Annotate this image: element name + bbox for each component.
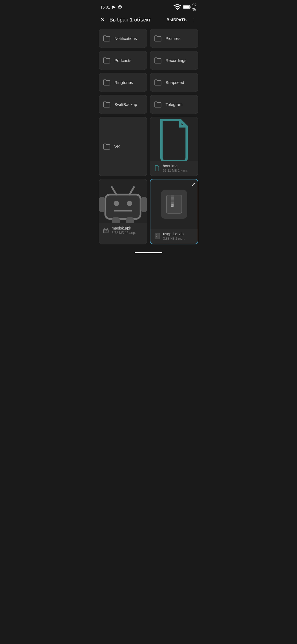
page-title: Выбран 1 объект (109, 17, 163, 23)
svg-rect-13 (141, 197, 147, 212)
folder-icon (154, 78, 162, 86)
svg-rect-5 (190, 6, 191, 8)
svg-rect-17 (103, 230, 108, 233)
svg-point-19 (106, 230, 108, 231)
folder-item-pictures[interactable]: Pictures (150, 29, 198, 48)
close-button[interactable]: ✕ (99, 15, 106, 24)
folder-icon (154, 34, 162, 42)
time: 15:01 (100, 5, 110, 9)
send-icon (112, 5, 116, 9)
file-item-magisk-apk[interactable]: magisk.apk 6,72 МБ 18 апр. (99, 179, 147, 244)
file-meta-usgp-zip: 3,88 КБ 2 июн. (163, 237, 185, 241)
nav-indicator (135, 252, 162, 253)
folder-item-telegram[interactable]: Telegram (150, 95, 198, 114)
android-icon (99, 179, 147, 223)
file-details-usgp-zip: usgp-1xl.zip 3,88 КБ 2 июн. (163, 232, 185, 241)
svg-point-3 (177, 9, 178, 10)
battery-icon (183, 5, 191, 9)
zip-file-icon: Z (166, 195, 182, 214)
status-right: 92 % (174, 3, 197, 12)
folder-icon (154, 100, 162, 108)
folder-name-pictures: Pictures (166, 36, 180, 41)
folder-icon (103, 34, 111, 42)
folder-item-vk[interactable]: VK (99, 117, 147, 176)
file-name-usgp-zip: usgp-1xl.zip (163, 232, 185, 236)
folder-name-snapseed: Snapseed (166, 80, 184, 85)
folder-item-ringtones[interactable]: Ringtones (99, 73, 147, 92)
folder-name-ringtones: Ringtones (114, 80, 133, 85)
file-small-apk-icon (103, 227, 109, 233)
status-left: 15:01 (100, 5, 122, 9)
svg-rect-15 (126, 217, 134, 223)
top-bar: ✕ Выбран 1 объект ВЫБРАТЬ ⋮ (95, 13, 202, 26)
svg-point-9 (127, 201, 132, 206)
file-preview-usgp-zip: Z (150, 179, 198, 229)
folder-item-snapseed[interactable]: Snapseed (150, 73, 198, 92)
svg-rect-30 (156, 234, 157, 234)
folder-icon (154, 56, 162, 64)
svg-rect-14 (112, 217, 120, 223)
folder-name-vk: VK (114, 144, 120, 149)
svg-text:Z: Z (156, 236, 157, 237)
file-details-magisk-apk: magisk.apk 6,72 МБ 18 апр. (112, 226, 136, 235)
nav-bar (95, 249, 202, 256)
file-preview-boot-img (150, 117, 198, 161)
file-meta-boot-img: 67,11 МБ 2 июн. (163, 169, 188, 173)
battery-text: 92 % (192, 3, 197, 12)
folder-item-podcasts[interactable]: Podcasts (99, 51, 147, 70)
svg-rect-25 (171, 200, 174, 202)
select-action[interactable]: ВЫБРАТЬ (166, 18, 187, 22)
file-item-boot-img[interactable]: boot.img 67,11 МБ 2 июн. (150, 117, 198, 176)
folder-name-recordings: Recordings (166, 58, 186, 63)
file-small-zip-icon: Z (154, 233, 160, 239)
folder-name-podcasts: Podcasts (114, 58, 131, 63)
svg-line-10 (112, 187, 116, 195)
svg-rect-31 (156, 234, 157, 235)
svg-text:Z: Z (171, 203, 174, 208)
file-item-usgp-zip[interactable]: ⤢ Z (150, 179, 198, 244)
file-img-icon (150, 117, 198, 161)
file-name-magisk-apk: magisk.apk (112, 226, 136, 230)
folder-name-swiftbackup: SwiftBackup (114, 102, 137, 107)
file-name-boot-img: boot.img (163, 164, 188, 168)
folder-icon (103, 100, 111, 108)
file-info-usgp-zip: Z usgp-1xl.zip 3,88 КБ 2 июн. (150, 229, 198, 244)
svg-point-18 (105, 230, 106, 231)
svg-rect-6 (183, 6, 189, 9)
wifi-icon (174, 4, 181, 10)
folder-name-notifications: Notifications (114, 36, 137, 41)
file-grid: Notifications Pictures Podcasts Recordin… (95, 26, 202, 247)
vpn-icon (118, 5, 122, 9)
more-options-button[interactable]: ⋮ (190, 15, 198, 24)
file-info-boot-img: boot.img 67,11 МБ 2 июн. (150, 161, 198, 176)
folder-item-notifications[interactable]: Notifications (99, 29, 147, 48)
svg-point-8 (114, 201, 119, 206)
folder-name-telegram: Telegram (166, 102, 183, 107)
expand-icon[interactable]: ⤢ (191, 182, 196, 188)
svg-rect-12 (99, 197, 105, 212)
svg-rect-7 (105, 195, 141, 219)
svg-line-11 (130, 187, 134, 195)
folder-item-recordings[interactable]: Recordings (150, 51, 198, 70)
file-meta-magisk-apk: 6,72 МБ 18 апр. (112, 231, 136, 235)
folder-icon (103, 143, 111, 150)
folder-icon (103, 56, 111, 64)
folder-item-swiftbackup[interactable]: SwiftBackup (99, 95, 147, 114)
file-small-img-icon (154, 165, 160, 171)
status-bar: 15:01 92 % (95, 0, 202, 13)
file-info-magisk-apk: magisk.apk 6,72 МБ 18 апр. (99, 223, 147, 238)
folder-icon (103, 78, 111, 86)
svg-rect-23 (171, 195, 174, 197)
file-preview-magisk-apk (99, 179, 147, 223)
file-details-boot-img: boot.img 67,11 МБ 2 июн. (163, 164, 188, 173)
svg-rect-24 (171, 197, 174, 200)
